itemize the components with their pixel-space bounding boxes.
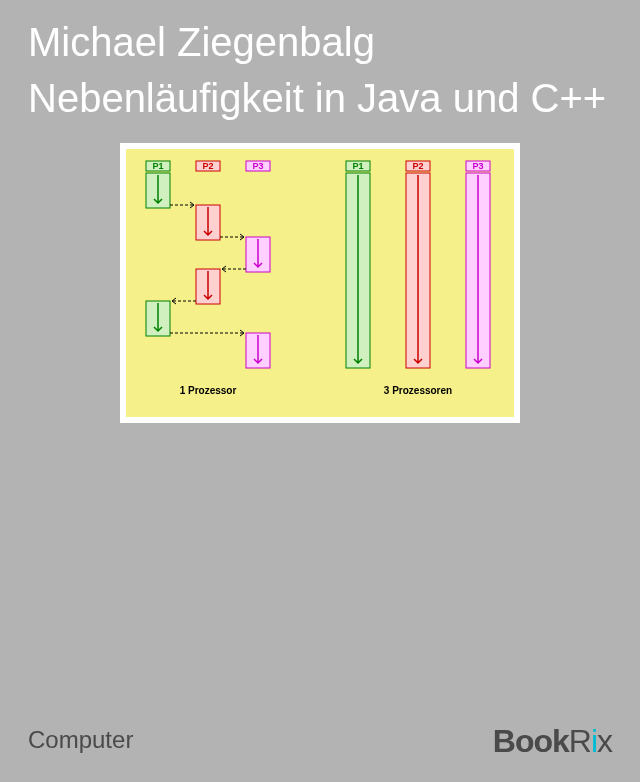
category-label: Computer: [28, 726, 133, 754]
p1-label-right: P1: [352, 161, 363, 171]
scheduling-diagram-svg: P1 P2 P3: [126, 149, 514, 417]
p3-label-right: P3: [472, 161, 483, 171]
logo-book: Book: [493, 723, 569, 759]
p2-label-right: P2: [412, 161, 423, 171]
publisher-logo: BookRix: [493, 723, 612, 760]
p1-label-left: P1: [152, 161, 163, 171]
cover-diagram: P1 P2 P3: [126, 149, 514, 417]
author-name: Michael Ziegenbalg: [0, 0, 640, 73]
p3-label-left: P3: [252, 161, 263, 171]
cover-diagram-container: P1 P2 P3: [120, 143, 520, 423]
logo-x: x: [597, 723, 612, 759]
left-caption: 1 Prozessor: [180, 385, 237, 396]
logo-r: R: [569, 723, 591, 759]
book-title: Nebenläufigkeit in Java und C++: [0, 73, 640, 143]
right-caption: 3 Prozessoren: [384, 385, 452, 396]
p2-label-left: P2: [202, 161, 213, 171]
